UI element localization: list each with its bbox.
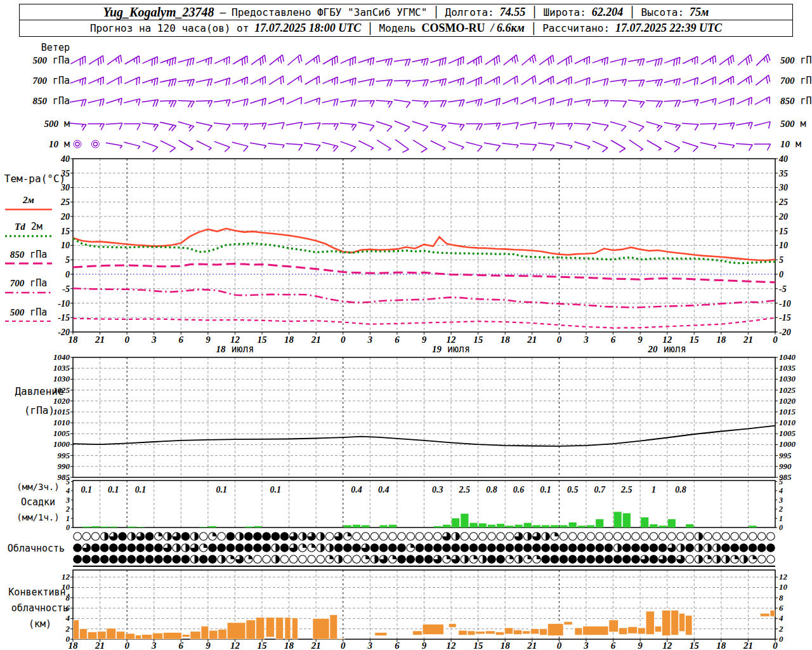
svg-text:40: 40 bbox=[60, 154, 70, 164]
svg-text:10: 10 bbox=[61, 241, 70, 250]
svg-text:-5: -5 bbox=[779, 284, 787, 294]
svg-text:0.4: 0.4 bbox=[351, 485, 362, 494]
svg-text:25: 25 bbox=[60, 197, 70, 207]
wind-barbs-row-1 bbox=[70, 54, 769, 66]
svg-text:0: 0 bbox=[124, 335, 129, 345]
cloudiness-strip: Облачность bbox=[8, 533, 775, 566]
svg-text:0.6: 0.6 bbox=[513, 485, 525, 494]
svg-text:-20: -20 bbox=[779, 328, 791, 337]
svg-text:9: 9 bbox=[638, 335, 643, 345]
svg-text:Тем-ра(°C): Тем-ра(°C) bbox=[4, 173, 65, 185]
svg-text:0.4: 0.4 bbox=[378, 485, 390, 494]
svg-text:6: 6 bbox=[395, 640, 400, 650]
svg-text:3: 3 bbox=[151, 640, 157, 650]
svg-text:21: 21 bbox=[95, 335, 105, 345]
svg-text:500 гПа: 500 гПа bbox=[32, 55, 70, 66]
svg-text:5: 5 bbox=[65, 255, 70, 265]
svg-text:995: 995 bbox=[58, 451, 70, 460]
svg-text:(мм/1ч.): (мм/1ч.) bbox=[16, 512, 59, 522]
svg-text:15: 15 bbox=[258, 335, 268, 345]
svg-text:700 гПа: 700 гПа bbox=[32, 75, 70, 86]
svg-text:6: 6 bbox=[395, 335, 400, 345]
svg-text:6: 6 bbox=[611, 335, 616, 345]
svg-text:0: 0 bbox=[773, 335, 778, 345]
svg-text:5: 5 bbox=[779, 255, 783, 265]
cloud-row-1 bbox=[74, 533, 775, 541]
svg-text:18: 18 bbox=[716, 335, 726, 345]
wind-barbs-row-3 bbox=[70, 96, 769, 107]
svg-text:21: 21 bbox=[743, 335, 753, 345]
svg-text:2: 2 bbox=[65, 624, 70, 633]
svg-text:0: 0 bbox=[557, 335, 562, 345]
cloud-row-2 bbox=[74, 544, 775, 552]
svg-text:3: 3 bbox=[151, 335, 157, 345]
svg-text:2: 2 bbox=[778, 624, 783, 633]
svg-text:6: 6 bbox=[779, 603, 783, 613]
svg-text:(км): (км) bbox=[29, 618, 51, 630]
svg-text:21: 21 bbox=[95, 640, 105, 650]
svg-text:0.5: 0.5 bbox=[567, 485, 579, 494]
svg-text:12: 12 bbox=[662, 640, 672, 650]
svg-text:9: 9 bbox=[422, 640, 427, 650]
pressure-panel: 1040104010351035103010301025102510201020… bbox=[15, 352, 796, 482]
time-axis-mid: 1821036912151821036912151821036912151821… bbox=[69, 332, 778, 355]
svg-text:2: 2 bbox=[778, 505, 783, 514]
svg-text:2м: 2м bbox=[22, 195, 34, 205]
svg-text:0.1: 0.1 bbox=[81, 485, 93, 494]
svg-text:20: 20 bbox=[778, 212, 788, 222]
svg-text:0.1: 0.1 bbox=[108, 485, 119, 494]
svg-text:0: 0 bbox=[773, 640, 778, 650]
svg-text:-10: -10 bbox=[58, 299, 70, 308]
svg-text:-15: -15 bbox=[779, 313, 791, 322]
svg-text:20 июля: 20 июля bbox=[648, 343, 686, 355]
svg-text:10 м: 10 м bbox=[780, 138, 801, 150]
svg-text:15: 15 bbox=[779, 227, 788, 236]
cloud-row-3 bbox=[74, 555, 775, 564]
svg-text:20: 20 bbox=[60, 212, 70, 222]
svg-text:15: 15 bbox=[473, 640, 483, 650]
svg-text:0.1: 0.1 bbox=[270, 485, 282, 494]
wind-barbs-row-4 bbox=[70, 121, 770, 132]
svg-text:4: 4 bbox=[778, 613, 783, 623]
meteogram-page: Yug_Kogalym_23748 — Предоставлено ФГБУ "… bbox=[0, 0, 812, 650]
temp-legend: Тем-ра(°C)2мTd 2м850 гПа700 гПа500 гПа bbox=[4, 173, 65, 321]
svg-text:1030: 1030 bbox=[53, 374, 70, 383]
svg-text:12: 12 bbox=[779, 572, 788, 581]
svg-text:9: 9 bbox=[206, 640, 211, 650]
svg-text:4: 4 bbox=[778, 486, 783, 495]
svg-text:0.8: 0.8 bbox=[486, 485, 497, 494]
svg-text:1000: 1000 bbox=[779, 439, 796, 449]
svg-text:18: 18 bbox=[69, 640, 79, 650]
svg-text:0.3: 0.3 bbox=[432, 485, 443, 494]
svg-text:Осадки: Осадки bbox=[21, 496, 55, 508]
svg-text:21: 21 bbox=[743, 640, 753, 650]
svg-text:2.5: 2.5 bbox=[620, 485, 632, 494]
svg-text:Давление: Давление bbox=[15, 385, 63, 397]
svg-text:3: 3 bbox=[583, 640, 589, 650]
svg-text:0: 0 bbox=[65, 270, 70, 279]
svg-text:15: 15 bbox=[690, 640, 700, 650]
svg-text:1: 1 bbox=[66, 514, 70, 523]
svg-text:(мм/3ч.): (мм/3ч.) bbox=[16, 482, 59, 492]
svg-text:18: 18 bbox=[716, 640, 726, 650]
svg-text:0.8: 0.8 bbox=[675, 485, 686, 494]
svg-text:21: 21 bbox=[527, 335, 537, 345]
svg-text:700 гПа: 700 гПа bbox=[780, 75, 812, 86]
svg-text:15: 15 bbox=[690, 335, 700, 345]
svg-text:3: 3 bbox=[65, 496, 70, 505]
svg-text:1: 1 bbox=[779, 514, 783, 523]
svg-text:21: 21 bbox=[311, 640, 321, 650]
svg-text:990: 990 bbox=[779, 461, 792, 471]
svg-text:-15: -15 bbox=[58, 313, 70, 322]
precip-hourly-bars bbox=[82, 512, 756, 527]
svg-text:Ветер: Ветер bbox=[41, 42, 70, 53]
svg-text:10: 10 bbox=[779, 582, 788, 592]
wind-barbs-row-2 bbox=[70, 75, 770, 86]
svg-text:9: 9 bbox=[422, 335, 427, 345]
svg-text:18: 18 bbox=[69, 335, 79, 345]
svg-text:15: 15 bbox=[61, 227, 70, 236]
svg-text:4: 4 bbox=[65, 613, 70, 623]
svg-text:6: 6 bbox=[179, 640, 184, 650]
svg-text:3: 3 bbox=[367, 640, 373, 650]
svg-text:0: 0 bbox=[66, 523, 70, 532]
